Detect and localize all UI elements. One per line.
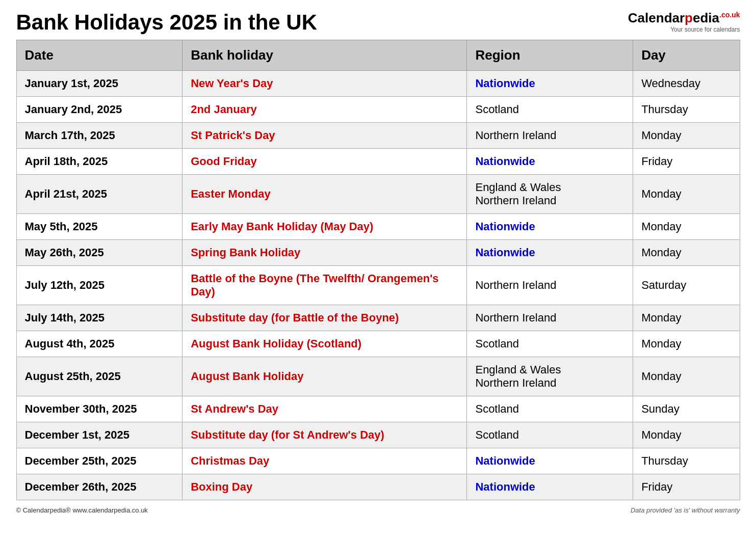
- region-cell: England & WalesNorthern Ireland: [467, 175, 633, 214]
- holiday-cell: Boxing Day: [183, 474, 467, 500]
- region-cell: England & WalesNorthern Ireland: [467, 357, 633, 396]
- date-cell: April 18th, 2025: [16, 149, 183, 175]
- date-cell: July 12th, 2025: [16, 266, 183, 305]
- date-cell: May 5th, 2025: [16, 214, 183, 240]
- table-row: July 12th, 2025Battle of the Boyne (The …: [16, 266, 740, 305]
- table-row: November 30th, 2025St Andrew's DayScotla…: [16, 396, 740, 422]
- region-cell: Nationwide: [467, 240, 633, 266]
- region-cell: Scotland: [467, 422, 633, 448]
- logo-tagline: Your source for calendars: [670, 26, 740, 33]
- table-row: April 18th, 2025Good FridayNationwideFri…: [16, 149, 740, 175]
- holiday-cell: Substitute day (for Battle of the Boyne): [183, 305, 467, 331]
- table-row: May 5th, 2025Early May Bank Holiday (May…: [16, 214, 740, 240]
- day-cell: Monday: [633, 422, 740, 448]
- col-header-region: Region: [467, 40, 633, 71]
- day-cell: Monday: [633, 357, 740, 396]
- day-cell: Monday: [633, 331, 740, 357]
- holiday-cell: Christmas Day: [183, 448, 467, 474]
- date-cell: July 14th, 2025: [16, 305, 183, 331]
- date-cell: May 26th, 2025: [16, 240, 183, 266]
- date-cell: March 17th, 2025: [16, 123, 183, 149]
- logo-brand: Calendarpedia.co.uk: [628, 10, 740, 26]
- header-area: Bank Holidays 2025 in the UK Calendarped…: [16, 10, 740, 35]
- page-wrapper: Bank Holidays 2025 in the UK Calendarped…: [16, 10, 740, 514]
- region-cell: Scotland: [467, 331, 633, 357]
- date-cell: November 30th, 2025: [16, 396, 183, 422]
- region-cell: Northern Ireland: [467, 123, 633, 149]
- region-cell: Northern Ireland: [467, 305, 633, 331]
- day-cell: Thursday: [633, 448, 740, 474]
- day-cell: Monday: [633, 214, 740, 240]
- day-cell: Monday: [633, 123, 740, 149]
- footer-copyright: © Calendarpedia® www.calendarpedia.co.uk: [16, 506, 148, 514]
- region-cell: Nationwide: [467, 474, 633, 500]
- table-header-row: Date Bank holiday Region Day: [16, 40, 740, 71]
- region-cell: Scotland: [467, 396, 633, 422]
- holidays-table: Date Bank holiday Region Day January 1st…: [16, 40, 740, 500]
- holiday-cell: St Patrick's Day: [183, 123, 467, 149]
- table-row: July 14th, 2025Substitute day (for Battl…: [16, 305, 740, 331]
- date-cell: January 1st, 2025: [16, 71, 183, 97]
- date-cell: August 4th, 2025: [16, 331, 183, 357]
- holiday-cell: New Year's Day: [183, 71, 467, 97]
- table-row: August 25th, 2025August Bank HolidayEngl…: [16, 357, 740, 396]
- holiday-cell: August Bank Holiday: [183, 357, 467, 396]
- table-row: May 26th, 2025Spring Bank HolidayNationw…: [16, 240, 740, 266]
- date-cell: December 26th, 2025: [16, 474, 183, 500]
- region-cell: Nationwide: [467, 214, 633, 240]
- region-cell: Scotland: [467, 97, 633, 123]
- region-cell: Nationwide: [467, 149, 633, 175]
- holiday-cell: Good Friday: [183, 149, 467, 175]
- table-row: January 1st, 2025New Year's DayNationwid…: [16, 71, 740, 97]
- col-header-date: Date: [16, 40, 183, 71]
- table-row: August 4th, 2025August Bank Holiday (Sco…: [16, 331, 740, 357]
- day-cell: Wednesday: [633, 71, 740, 97]
- logo-area: Calendarpedia.co.uk Your source for cale…: [628, 10, 740, 33]
- table-row: December 25th, 2025Christmas DayNationwi…: [16, 448, 740, 474]
- date-cell: April 21st, 2025: [16, 175, 183, 214]
- region-cell: Nationwide: [467, 71, 633, 97]
- col-header-day: Day: [633, 40, 740, 71]
- holiday-cell: Easter Monday: [183, 175, 467, 214]
- date-cell: January 2nd, 2025: [16, 97, 183, 123]
- footer-area: © Calendarpedia® www.calendarpedia.co.uk…: [16, 506, 740, 514]
- holiday-cell: Substitute day (for St Andrew's Day): [183, 422, 467, 448]
- page-title: Bank Holidays 2025 in the UK: [16, 10, 318, 35]
- footer-disclaimer: Data provided 'as is' without warranty: [631, 506, 740, 514]
- table-row: January 2nd, 20252nd JanuaryScotlandThur…: [16, 97, 740, 123]
- day-cell: Friday: [633, 149, 740, 175]
- table-row: December 1st, 2025Substitute day (for St…: [16, 422, 740, 448]
- table-row: April 21st, 2025Easter MondayEngland & W…: [16, 175, 740, 214]
- date-cell: December 25th, 2025: [16, 448, 183, 474]
- day-cell: Sunday: [633, 396, 740, 422]
- day-cell: Friday: [633, 474, 740, 500]
- col-header-holiday: Bank holiday: [183, 40, 467, 71]
- day-cell: Monday: [633, 175, 740, 214]
- table-row: March 17th, 2025St Patrick's DayNorthern…: [16, 123, 740, 149]
- holiday-cell: August Bank Holiday (Scotland): [183, 331, 467, 357]
- table-row: December 26th, 2025Boxing DayNationwideF…: [16, 474, 740, 500]
- region-cell: Nationwide: [467, 448, 633, 474]
- day-cell: Thursday: [633, 97, 740, 123]
- holiday-cell: 2nd January: [183, 97, 467, 123]
- day-cell: Saturday: [633, 266, 740, 305]
- region-cell: Northern Ireland: [467, 266, 633, 305]
- holiday-cell: Battle of the Boyne (The Twelfth/ Orange…: [183, 266, 467, 305]
- holiday-cell: Early May Bank Holiday (May Day): [183, 214, 467, 240]
- holiday-cell: St Andrew's Day: [183, 396, 467, 422]
- day-cell: Monday: [633, 305, 740, 331]
- date-cell: August 25th, 2025: [16, 357, 183, 396]
- day-cell: Monday: [633, 240, 740, 266]
- date-cell: December 1st, 2025: [16, 422, 183, 448]
- holiday-cell: Spring Bank Holiday: [183, 240, 467, 266]
